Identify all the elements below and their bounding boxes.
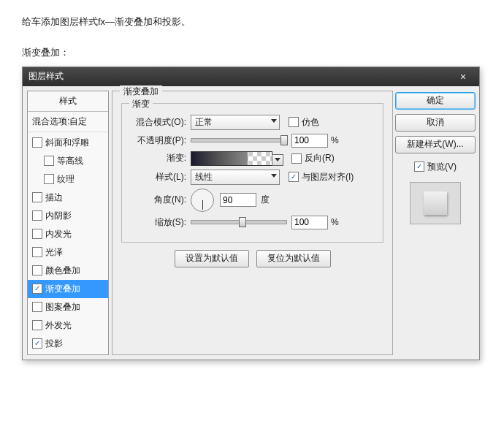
percent-label-2: % bbox=[331, 217, 339, 227]
sidebar-item-label: 纹理 bbox=[57, 173, 75, 186]
sidebar-item-6[interactable]: 光泽 bbox=[28, 243, 108, 262]
degree-label: 度 bbox=[261, 194, 270, 206]
preview-thumbnail bbox=[410, 182, 461, 224]
opacity-label: 不透明度(P): bbox=[129, 134, 186, 147]
style-value: 线性 bbox=[195, 171, 213, 183]
sidebar-item-label: 描边 bbox=[45, 191, 63, 204]
gradient-swatch[interactable] bbox=[191, 151, 272, 166]
sidebar-checkbox[interactable] bbox=[32, 247, 42, 257]
gradient-overlay-group: 渐变叠加 渐变 混合模式(O): 正常 仿色 不透明度(P): % bbox=[112, 91, 393, 355]
sidebar-checkbox[interactable] bbox=[32, 265, 42, 276]
right-buttons: 确定 取消 新建样式(W)... ✓ 预览(V) bbox=[396, 91, 475, 355]
blend-mode-label: 混合模式(O): bbox=[129, 116, 186, 129]
reset-default-button[interactable]: 复位为默认值 bbox=[256, 250, 331, 267]
align-checkbox[interactable]: ✓ bbox=[289, 172, 299, 182]
close-icon[interactable]: × bbox=[453, 70, 473, 83]
sidebar-item-5[interactable]: 内发光 bbox=[28, 225, 108, 243]
sidebar-checkbox[interactable] bbox=[32, 192, 42, 202]
layer-style-dialog: 图层样式 × 样式 混合选项:自定 斜面和浮雕等高线纹理描边内阴影内发光光泽颜色… bbox=[22, 66, 480, 360]
sidebar-item-3[interactable]: 描边 bbox=[28, 189, 108, 207]
sidebar-item-label: 渐变叠加 bbox=[45, 283, 80, 295]
percent-label: % bbox=[331, 135, 339, 145]
sidebar-item-7[interactable]: 颜色叠加 bbox=[28, 262, 108, 280]
titlebar: 图层样式 × bbox=[23, 67, 479, 86]
sidebar-item-label: 投影 bbox=[45, 338, 63, 350]
sidebar-item-label: 内发光 bbox=[45, 228, 72, 240]
align-label: 与图层对齐(I) bbox=[302, 171, 354, 183]
sidebar-blending-options[interactable]: 混合选项:自定 bbox=[28, 112, 108, 132]
ok-button[interactable]: 确定 bbox=[395, 92, 476, 110]
angle-label: 角度(N): bbox=[129, 194, 186, 206]
new-style-button[interactable]: 新建样式(W)... bbox=[395, 136, 476, 153]
sidebar-item-0[interactable]: 斜面和浮雕 bbox=[28, 134, 108, 152]
sidebar-item-label: 图案叠加 bbox=[45, 301, 80, 314]
gradient-dropdown-icon[interactable] bbox=[272, 154, 283, 166]
inner-title: 渐变 bbox=[129, 98, 153, 110]
sidebar-item-label: 外发光 bbox=[45, 319, 72, 332]
reverse-checkbox[interactable] bbox=[291, 153, 302, 164]
group-title: 渐变叠加 bbox=[120, 86, 162, 98]
preview-label: 预览(V) bbox=[427, 161, 457, 173]
section-caption: 渐变叠加： bbox=[22, 46, 482, 59]
opacity-slider[interactable] bbox=[191, 138, 287, 142]
scale-input[interactable] bbox=[291, 216, 328, 229]
blend-mode-value: 正常 bbox=[195, 116, 213, 129]
dither-label: 仿色 bbox=[302, 116, 319, 129]
blend-mode-select[interactable]: 正常 bbox=[191, 115, 280, 130]
gradient-label: 渐变: bbox=[129, 152, 186, 164]
angle-input[interactable] bbox=[220, 193, 256, 207]
sidebar-item-label: 斜面和浮雕 bbox=[45, 137, 89, 149]
sidebar-checkbox[interactable]: ✓ bbox=[32, 338, 42, 349]
scale-label: 缩放(S): bbox=[129, 216, 186, 229]
sidebar-item-1[interactable]: 等高线 bbox=[28, 152, 108, 170]
chevron-down-icon bbox=[271, 174, 277, 178]
styles-sidebar: 样式 混合选项:自定 斜面和浮雕等高线纹理描边内阴影内发光光泽颜色叠加✓渐变叠加… bbox=[27, 91, 109, 355]
sidebar-item-2[interactable]: 纹理 bbox=[28, 170, 108, 189]
sidebar-item-label: 内阴影 bbox=[45, 210, 72, 222]
scale-slider[interactable] bbox=[191, 220, 287, 224]
sidebar-item-11[interactable]: ✓投影 bbox=[28, 335, 108, 353]
sidebar-checkbox[interactable] bbox=[32, 302, 42, 312]
sidebar-item-label: 光泽 bbox=[45, 246, 63, 259]
sidebar-header[interactable]: 样式 bbox=[28, 91, 108, 112]
sidebar-checkbox[interactable]: ✓ bbox=[32, 284, 42, 294]
gradient-inner-group: 渐变 混合模式(O): 正常 仿色 不透明度(P): % bbox=[121, 103, 383, 243]
sidebar-item-10[interactable]: 外发光 bbox=[28, 316, 108, 335]
sidebar-item-9[interactable]: 图案叠加 bbox=[28, 298, 108, 316]
angle-dial[interactable] bbox=[191, 189, 214, 212]
sidebar-checkbox[interactable] bbox=[32, 210, 42, 221]
preview-checkbox[interactable]: ✓ bbox=[414, 162, 424, 172]
sidebar-checkbox[interactable] bbox=[32, 320, 42, 330]
sidebar-item-4[interactable]: 内阴影 bbox=[28, 207, 108, 225]
sidebar-item-label: 颜色叠加 bbox=[45, 265, 80, 277]
sidebar-checkbox[interactable] bbox=[44, 174, 54, 184]
style-select[interactable]: 线性 bbox=[191, 170, 280, 185]
sidebar-item-label: 等高线 bbox=[57, 155, 83, 167]
reverse-label: 反向(R) bbox=[305, 152, 335, 164]
chevron-down-icon bbox=[271, 119, 277, 123]
dither-checkbox[interactable] bbox=[289, 117, 299, 127]
sidebar-checkbox[interactable] bbox=[32, 229, 42, 239]
cancel-button[interactable]: 取消 bbox=[395, 114, 476, 132]
sidebar-checkbox[interactable] bbox=[44, 156, 54, 166]
sidebar-item-8[interactable]: ✓渐变叠加 bbox=[28, 280, 108, 298]
opacity-input[interactable] bbox=[291, 134, 328, 148]
window-title: 图层样式 bbox=[28, 70, 64, 83]
make-default-button[interactable]: 设置为默认值 bbox=[175, 250, 249, 267]
sidebar-checkbox[interactable] bbox=[32, 137, 42, 148]
page-intro: 给车添加图层样式fx—渐变叠加和投影。 bbox=[22, 15, 482, 30]
style-label: 样式(L): bbox=[129, 171, 186, 183]
